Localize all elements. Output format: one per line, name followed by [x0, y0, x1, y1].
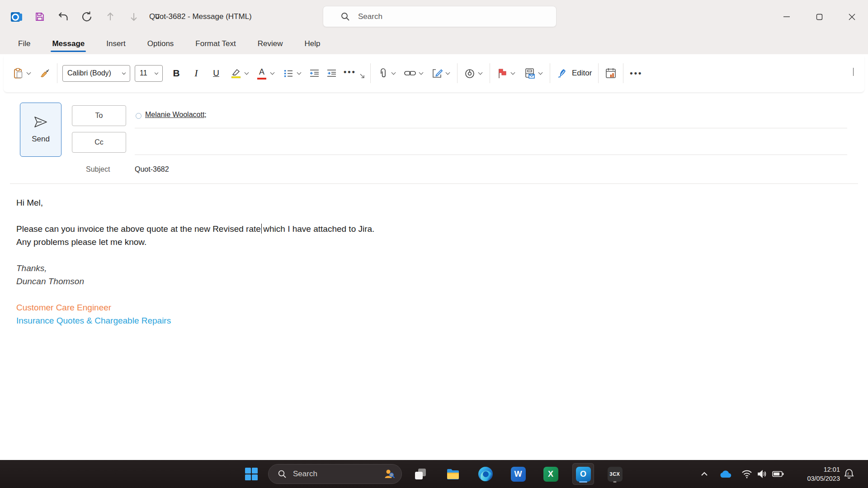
- highlight-dropdown-icon[interactable]: [245, 70, 249, 75]
- outlook-app-icon: [10, 10, 23, 23]
- format-painter-button[interactable]: [38, 63, 52, 84]
- notification-bell-icon[interactable]: z: [841, 465, 857, 483]
- follow-up-flag-button[interactable]: [495, 63, 509, 84]
- previous-item-button[interactable]: [104, 10, 117, 23]
- taskbar-search-icon: [278, 469, 287, 479]
- bold-button[interactable]: B: [169, 63, 184, 84]
- close-button[interactable]: [835, 0, 868, 33]
- paste-button[interactable]: [11, 63, 25, 84]
- tab-insert[interactable]: Insert: [105, 35, 127, 53]
- volume-icon[interactable]: [754, 465, 770, 483]
- to-button[interactable]: To: [72, 105, 126, 126]
- to-field-underline[interactable]: [135, 128, 847, 128]
- increase-indent-button[interactable]: [324, 63, 339, 84]
- ribbon: Calibri (Body) 11 B I U A •••: [4, 54, 864, 92]
- word-button[interactable]: W: [508, 464, 528, 484]
- minimize-button[interactable]: [770, 0, 803, 33]
- ribbon-more-button[interactable]: •••: [628, 63, 644, 84]
- paragraph-more-button[interactable]: •••: [342, 63, 358, 84]
- subject-input[interactable]: Quot-3682: [135, 165, 169, 174]
- font-size-select[interactable]: 11: [135, 65, 163, 82]
- message-body[interactable]: Hi Mel, Please can you invoice the above…: [16, 196, 694, 327]
- ribbon-divider: [550, 63, 550, 83]
- window-title: Quot-3682 - Message (HTML): [149, 0, 252, 33]
- paste-dropdown-icon[interactable]: [27, 70, 31, 75]
- signature-dropdown-icon[interactable]: [445, 70, 450, 75]
- decrease-indent-button[interactable]: [307, 63, 321, 84]
- attach-file-button[interactable]: [376, 63, 390, 84]
- bullets-dropdown-icon[interactable]: [297, 70, 302, 75]
- font-color-button[interactable]: A: [255, 63, 269, 84]
- maximize-button[interactable]: [803, 0, 835, 33]
- edge-logo: [478, 467, 493, 481]
- excel-button[interactable]: X: [541, 464, 561, 484]
- cc-field-underline[interactable]: [135, 155, 847, 155]
- next-item-button[interactable]: [127, 10, 140, 23]
- start-button[interactable]: [241, 464, 261, 484]
- flag-dropdown-icon[interactable]: [510, 70, 515, 75]
- taskbar-search-input[interactable]: Search: [268, 464, 402, 484]
- excel-logo: X: [543, 467, 558, 482]
- tab-review[interactable]: Review: [257, 35, 284, 53]
- window-controls: [770, 0, 868, 33]
- body-request-line: Please can you invoice the above quote a…: [16, 222, 694, 235]
- file-explorer-button[interactable]: [443, 464, 463, 484]
- tab-options[interactable]: Options: [146, 35, 175, 53]
- taskbar: Search W X O 3CX: [0, 460, 868, 488]
- font-name-select[interactable]: Calibri (Body): [62, 65, 130, 82]
- tab-file[interactable]: File: [17, 35, 31, 53]
- loop-components-button[interactable]: [462, 63, 477, 84]
- edge-button[interactable]: [476, 464, 495, 484]
- taskbar-clock[interactable]: 12:01 03/05/2023: [807, 465, 840, 483]
- font-color-swatch: [257, 78, 266, 80]
- save-button[interactable]: [33, 10, 46, 23]
- search-input[interactable]: Search: [323, 6, 557, 27]
- body-followup-line: Any problems please let me know.: [16, 235, 694, 249]
- link-button[interactable]: [402, 63, 418, 84]
- templates-dropdown-icon[interactable]: [538, 70, 542, 75]
- threecx-button[interactable]: 3CX: [605, 464, 625, 484]
- redo-button[interactable]: [80, 10, 93, 23]
- scheduling-poll-button[interactable]: [604, 63, 618, 84]
- undo-button[interactable]: [57, 10, 70, 23]
- threecx-logo: 3CX: [608, 467, 623, 482]
- task-view-button[interactable]: [410, 464, 430, 484]
- outlook-logo: O: [576, 467, 591, 482]
- presence-icon: [136, 113, 142, 119]
- signature-button[interactable]: [430, 63, 444, 84]
- send-button[interactable]: Send: [20, 103, 61, 157]
- battery-icon[interactable]: [770, 465, 786, 483]
- tab-help[interactable]: Help: [304, 35, 321, 53]
- tray-overflow-chevron-icon[interactable]: [696, 465, 712, 483]
- tab-format-text[interactable]: Format Text: [194, 35, 236, 53]
- ribbon-divider: [598, 63, 599, 83]
- bullets-button[interactable]: [281, 63, 296, 84]
- attach-dropdown-icon[interactable]: [391, 70, 396, 75]
- loop-dropdown-icon[interactable]: [478, 70, 482, 75]
- text-highlight-button[interactable]: [229, 63, 243, 84]
- ribbon-divider: [490, 63, 490, 83]
- send-label: Send: [32, 135, 50, 144]
- outlook-active-indicator: [579, 481, 587, 483]
- italic-button[interactable]: I: [189, 63, 203, 84]
- quick-access-toolbar: [10, 0, 164, 33]
- dialog-launcher-icon[interactable]: [359, 73, 365, 81]
- search-placeholder: Search: [358, 12, 382, 21]
- highlight-color-swatch: [231, 76, 241, 78]
- text-cursor: [261, 224, 262, 234]
- recipient-chip[interactable]: Melanie Woolacott;: [145, 111, 207, 119]
- underline-button[interactable]: U: [209, 63, 223, 84]
- send-icon: [33, 116, 48, 128]
- wifi-icon[interactable]: [739, 465, 755, 483]
- outlook-button[interactable]: O: [573, 464, 593, 484]
- tab-message[interactable]: Message: [51, 35, 85, 53]
- editor-button[interactable]: Editor: [555, 63, 593, 84]
- link-dropdown-icon[interactable]: [419, 70, 423, 75]
- ribbon-tab-bar: File Message Insert Options Format Text …: [0, 33, 868, 54]
- templates-button[interactable]: [523, 63, 537, 84]
- collapse-ribbon-icon[interactable]: [851, 68, 856, 76]
- body-greeting: Hi Mel,: [16, 196, 694, 209]
- font-color-dropdown-icon[interactable]: [270, 70, 275, 75]
- onedrive-icon[interactable]: [717, 465, 734, 483]
- cc-button[interactable]: Cc: [72, 132, 126, 153]
